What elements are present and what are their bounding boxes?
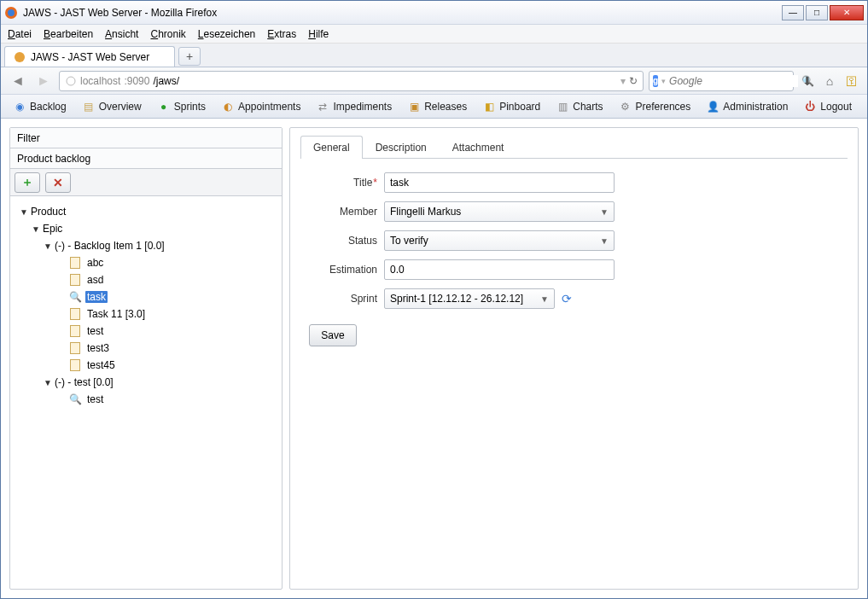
filter-row[interactable]: Filter bbox=[10, 128, 282, 148]
save-button[interactable]: Save bbox=[309, 324, 357, 346]
reload-icon[interactable]: ↻ bbox=[629, 75, 638, 87]
svg-point-2 bbox=[15, 52, 25, 62]
tab-description[interactable]: Description bbox=[363, 136, 440, 159]
search-bar[interactable]: g ▾ 🔍 bbox=[649, 71, 794, 91]
right-pane: GeneralDescriptionAttachment Title* Memb… bbox=[289, 127, 859, 590]
magnifier-icon: 🔍 bbox=[68, 291, 82, 303]
tool-preferences[interactable]: ⚙Preferences bbox=[612, 97, 698, 116]
browser-tab[interactable]: JAWS - JAST Web Server bbox=[4, 46, 175, 67]
tree-node[interactable]: abc bbox=[14, 254, 278, 271]
tab-attachment[interactable]: Attachment bbox=[440, 136, 517, 159]
tree-node[interactable]: test45 bbox=[14, 357, 278, 374]
add-button[interactable]: ＋ bbox=[15, 172, 40, 193]
sprint-select[interactable]: Sprint-1 [12.12.12 - 26.12.12]▼ bbox=[384, 288, 555, 309]
menu-bearbeiten[interactable]: Bearbeiten bbox=[44, 28, 93, 40]
forward-button[interactable]: ► bbox=[33, 71, 54, 91]
expand-arrow[interactable]: ▼ bbox=[19, 207, 29, 217]
title-input[interactable] bbox=[384, 172, 615, 193]
magnifier-icon: 🔍 bbox=[68, 393, 82, 405]
left-pane: Filter Product backlog ＋ ✕ ▼Product▼Epic… bbox=[9, 127, 283, 590]
logout-icon: ⏻ bbox=[803, 100, 817, 113]
key-icon[interactable]: ⚿ bbox=[843, 73, 860, 90]
tool-impediments[interactable]: ⇄Impediments bbox=[309, 97, 399, 116]
expand-arrow[interactable]: ▼ bbox=[31, 224, 41, 234]
tool-appointments[interactable]: ◐Appointments bbox=[214, 97, 307, 116]
form: Title* Member Flingelli Markus▼ Status T… bbox=[300, 159, 848, 360]
navbar: ◄ ► localhost:9090/jaws/ ▾ ↻ g ▾ 🔍 ⬇ ⌂ ⚿ bbox=[1, 67, 867, 95]
refresh-icon[interactable]: ⟳ bbox=[562, 292, 572, 305]
tree-node[interactable]: ▼(-) - Backlog Item 1 [0.0] bbox=[14, 237, 278, 254]
app-window: JAWS - JAST Web Server - Mozilla Firefox… bbox=[0, 0, 868, 599]
run-icon: ● bbox=[157, 100, 171, 113]
document-icon bbox=[68, 325, 82, 337]
window-title: JAWS - JAST Web Server - Mozilla Firefox bbox=[23, 7, 782, 19]
tree-node[interactable]: test3 bbox=[14, 340, 278, 357]
firefox-icon bbox=[4, 6, 18, 20]
menu-extras[interactable]: Extras bbox=[267, 28, 296, 40]
tool-logout[interactable]: ⏻Logout bbox=[796, 97, 859, 116]
tree-label: Epic bbox=[41, 223, 64, 235]
tree-node[interactable]: ▼(-) - test [0.0] bbox=[14, 374, 278, 391]
content: Filter Product backlog ＋ ✕ ▼Product▼Epic… bbox=[1, 119, 867, 598]
search-input[interactable] bbox=[669, 75, 798, 87]
menubar: Datei Bearbeiten Ansicht Chronik Lesezei… bbox=[1, 25, 867, 44]
tree-label: test bbox=[85, 393, 105, 405]
titlebar: JAWS - JAST Web Server - Mozilla Firefox… bbox=[1, 1, 867, 25]
back-button[interactable]: ◄ bbox=[8, 71, 28, 91]
tabbar: JAWS - JAST Web Server + bbox=[1, 44, 867, 67]
panel-tabs: GeneralDescriptionAttachment bbox=[300, 135, 848, 159]
app-toolbar: ◉Backlog▤Overview●Sprints◐Appointments⇄I… bbox=[1, 95, 867, 119]
menu-datei[interactable]: Datei bbox=[8, 28, 32, 40]
tree-node[interactable]: 🔍test bbox=[14, 391, 278, 408]
globe-icon: ◉ bbox=[13, 100, 26, 113]
menu-chronik[interactable]: Chronik bbox=[150, 28, 185, 40]
title-label: Title bbox=[353, 177, 372, 189]
url-bar[interactable]: localhost:9090/jaws/ ▾ ↻ bbox=[59, 71, 644, 91]
tree-node[interactable]: 🔍task bbox=[14, 288, 278, 305]
tool-overview[interactable]: ▤Overview bbox=[75, 97, 149, 116]
menu-ansicht[interactable]: Ansicht bbox=[105, 28, 138, 40]
button-row: ＋ ✕ bbox=[10, 169, 282, 196]
svg-point-3 bbox=[67, 77, 75, 85]
tree-label: Task 11 [3.0] bbox=[85, 308, 147, 320]
tree-label: test45 bbox=[85, 359, 117, 371]
download-icon[interactable]: ⬇ bbox=[799, 73, 816, 90]
tool-releases[interactable]: ▣Releases bbox=[400, 97, 474, 116]
tool-backlog[interactable]: ◉Backlog bbox=[6, 97, 73, 116]
status-label: Status bbox=[307, 235, 377, 247]
tree-node[interactable]: test bbox=[14, 323, 278, 340]
tree-node[interactable]: ▼Epic bbox=[14, 220, 278, 237]
note-icon: ▤ bbox=[82, 100, 96, 113]
tree-label: abc bbox=[85, 257, 105, 269]
tree-label: test3 bbox=[85, 342, 111, 354]
minimize-button[interactable]: — bbox=[782, 5, 804, 20]
site-icon bbox=[65, 75, 77, 87]
menu-lesezeichen[interactable]: Lesezeichen bbox=[198, 28, 255, 40]
user-icon: 👤 bbox=[706, 100, 719, 113]
tool-charts[interactable]: ▥Charts bbox=[549, 97, 609, 116]
close-button[interactable]: ✕ bbox=[830, 5, 864, 20]
expand-arrow[interactable]: ▼ bbox=[43, 378, 53, 387]
tool-pinboard[interactable]: ◧Pinboard bbox=[475, 97, 547, 116]
expand-arrow[interactable]: ▼ bbox=[43, 241, 53, 251]
status-select[interactable]: To verify▼ bbox=[384, 230, 615, 251]
tree-label: (-) - test [0.0] bbox=[53, 376, 115, 388]
menu-hilfe[interactable]: Hilfe bbox=[308, 28, 329, 40]
estimation-input[interactable] bbox=[384, 259, 615, 280]
tool-sprints[interactable]: ●Sprints bbox=[150, 97, 213, 116]
url-host: localhost bbox=[80, 75, 120, 87]
tree-node[interactable]: Task 11 [3.0] bbox=[14, 305, 278, 323]
tree: ▼Product▼Epic▼(-) - Backlog Item 1 [0.0]… bbox=[10, 196, 282, 589]
member-select[interactable]: Flingelli Markus▼ bbox=[384, 201, 615, 222]
maximize-button[interactable]: □ bbox=[806, 5, 828, 20]
new-tab-button[interactable]: + bbox=[178, 47, 201, 66]
delete-button[interactable]: ✕ bbox=[45, 172, 71, 193]
tab-favicon bbox=[14, 51, 26, 63]
tree-node[interactable]: ▼Product bbox=[14, 203, 278, 220]
tree-label: Product bbox=[29, 206, 67, 218]
tab-general[interactable]: General bbox=[300, 136, 363, 159]
home-icon[interactable]: ⌂ bbox=[821, 73, 838, 90]
tool-administration[interactable]: 👤Administration bbox=[699, 97, 795, 116]
tree-node[interactable]: asd bbox=[14, 271, 278, 288]
imp-icon: ⇄ bbox=[316, 100, 329, 113]
